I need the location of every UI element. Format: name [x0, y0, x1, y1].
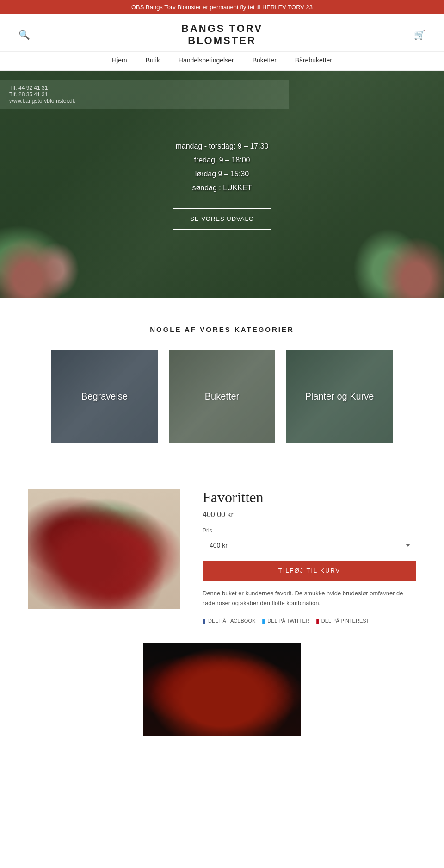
site-header: 🔍 BANGS TORV BLOMSTER 🛒 — [0, 14, 444, 52]
nav-item-baarebuketter[interactable]: Bårebuketter — [295, 56, 332, 64]
nav-item-buketter[interactable]: Buketter — [253, 56, 277, 64]
social-share: ▮ DEL PÅ FACEBOOK ▮ DEL PÅ TWITTER ▮ DEL… — [203, 618, 416, 624]
bottom-product-image — [143, 643, 301, 736]
categories-section: NOGLE AF VORES KATEGORIER Begravelse Buk… — [0, 298, 444, 461]
price-label: Pris — [203, 527, 416, 534]
featured-product-section: Favoritten 400,00 kr Pris 400 kr TILFØJ … — [0, 461, 444, 643]
category-card-buketter[interactable]: Buketter — [169, 350, 275, 443]
twitter-icon: ▮ — [262, 618, 265, 624]
featured-product-details: Favoritten 400,00 kr Pris 400 kr TILFØJ … — [203, 489, 416, 624]
category-card-begravelse[interactable]: Begravelse — [51, 350, 158, 443]
bottom-product-section — [0, 643, 444, 763]
add-to-cart-button[interactable]: TILFØJ TIL KURV — [203, 561, 416, 581]
category-overlay-planter: Planter og Kurve — [286, 350, 393, 443]
share-twitter-label: DEL PÅ TWITTER — [267, 618, 309, 624]
price-select[interactable]: 400 kr — [203, 537, 416, 554]
share-facebook-label: DEL PÅ FACEBOOK — [208, 618, 255, 624]
categories-heading: NOGLE AF VORES KATEGORIER — [28, 325, 416, 333]
announcement-text: OBS Bangs Torv Blomster er permanent fly… — [131, 4, 313, 11]
product-price: 400,00 kr — [203, 511, 416, 519]
hero-content: mandag - torsdag: 9 – 17:30 fredag: 9 – … — [0, 71, 444, 298]
site-name-line1: BANGS TORV — [181, 23, 263, 34]
bottom-product-visual — [143, 643, 301, 736]
site-name-line2: BLOMSTER — [188, 35, 256, 46]
cart-icon[interactable]: 🛒 — [414, 29, 426, 40]
hero-hours-3: lørdag 9 – 15:30 — [195, 170, 249, 178]
category-label-planter: Planter og Kurve — [305, 391, 374, 402]
hero-hours-4: søndag : LUKKET — [192, 184, 252, 192]
announcement-bar: OBS Bangs Torv Blomster er permanent fly… — [0, 0, 444, 14]
pinterest-icon: ▮ — [316, 618, 319, 624]
hero-section: Tlf. 44 92 41 31 Tlf. 28 35 41 31 www.ba… — [0, 71, 444, 298]
nav-item-handelsbetingelser[interactable]: Handelsbetingelser — [179, 56, 234, 64]
hero-hours-2: fredag: 9 – 18:00 — [194, 156, 250, 164]
share-pinterest-label: DEL PÅ PINTEREST — [321, 618, 370, 624]
category-overlay-buketter: Buketter — [169, 350, 275, 443]
bouquet-visual — [28, 489, 180, 609]
categories-grid: Begravelse Buketter Planter og Kurve — [28, 350, 416, 443]
category-overlay-begravelse: Begravelse — [51, 350, 158, 443]
hero-cta-button[interactable]: SE VORES UDVALG — [173, 208, 271, 230]
nav-item-butik[interactable]: Butik — [146, 56, 160, 64]
hero-hours-1: mandag - torsdag: 9 – 17:30 — [175, 142, 268, 150]
category-label-begravelse: Begravelse — [81, 391, 128, 402]
share-twitter-button[interactable]: ▮ DEL PÅ TWITTER — [262, 618, 309, 624]
category-label-buketter: Buketter — [205, 391, 239, 402]
main-nav: Hjem Butik Handelsbetingelser Buketter B… — [0, 52, 444, 71]
share-pinterest-button[interactable]: ▮ DEL PÅ PINTEREST — [316, 618, 370, 624]
site-logo[interactable]: BANGS TORV BLOMSTER — [181, 23, 263, 47]
product-description: Denne buket er kundernes favorit. De smu… — [203, 589, 416, 608]
facebook-icon: ▮ — [203, 618, 206, 624]
featured-product-image — [28, 489, 180, 609]
nav-item-hjem[interactable]: Hjem — [112, 56, 127, 64]
category-card-planter[interactable]: Planter og Kurve — [286, 350, 393, 443]
share-facebook-button[interactable]: ▮ DEL PÅ FACEBOOK — [203, 618, 255, 624]
search-icon[interactable]: 🔍 — [18, 29, 30, 40]
product-title: Favoritten — [203, 489, 416, 506]
